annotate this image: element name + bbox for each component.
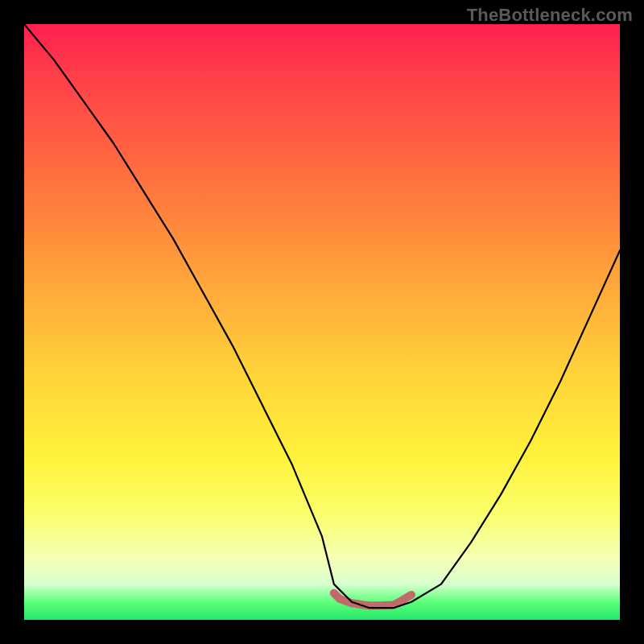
watermark-text: TheBottleneck.com xyxy=(467,5,633,26)
bottleneck-curve xyxy=(24,24,620,608)
chart-svg xyxy=(24,24,620,620)
chart-frame xyxy=(24,24,620,620)
